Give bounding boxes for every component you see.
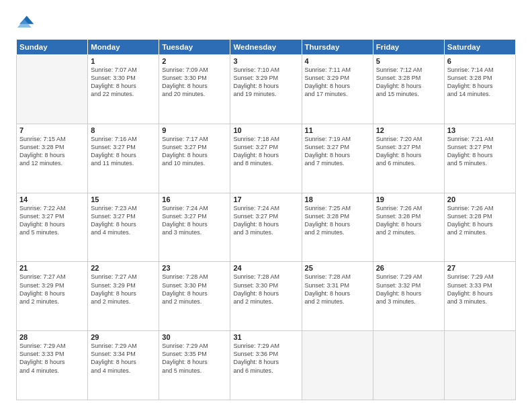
calendar-week-row: 7Sunrise: 7:15 AMSunset: 3:28 PMDaylight… (17, 124, 516, 193)
page: SundayMondayTuesdayWednesdayThursdayFrid… (0, 0, 532, 411)
col-header-friday: Friday (373, 40, 444, 55)
day-info: Sunrise: 7:28 AMSunset: 3:30 PMDaylight:… (233, 273, 298, 306)
col-header-monday: Monday (88, 40, 159, 55)
day-info: Sunrise: 7:29 AMSunset: 3:32 PMDaylight:… (376, 273, 441, 306)
day-info: Sunrise: 7:22 AMSunset: 3:27 PMDaylight:… (19, 204, 85, 237)
day-info: Sunrise: 7:29 AMSunset: 3:34 PMDaylight:… (91, 342, 156, 375)
day-info: Sunrise: 7:26 AMSunset: 3:28 PMDaylight:… (376, 204, 441, 237)
calendar-cell (302, 331, 373, 400)
calendar-header-row: SundayMondayTuesdayWednesdayThursdayFrid… (17, 40, 516, 55)
day-info: Sunrise: 7:10 AMSunset: 3:29 PMDaylight:… (233, 66, 298, 99)
calendar-cell: 9Sunrise: 7:17 AMSunset: 3:27 PMDaylight… (159, 124, 230, 193)
calendar-cell (17, 55, 88, 124)
calendar-cell: 15Sunrise: 7:23 AMSunset: 3:27 PMDayligh… (88, 193, 159, 262)
col-header-saturday: Saturday (444, 40, 515, 55)
calendar-cell: 31Sunrise: 7:29 AMSunset: 3:36 PMDayligh… (230, 331, 302, 400)
day-number: 28 (19, 333, 85, 341)
calendar-cell: 3Sunrise: 7:10 AMSunset: 3:29 PMDaylight… (230, 55, 302, 124)
calendar-cell: 16Sunrise: 7:24 AMSunset: 3:27 PMDayligh… (159, 193, 230, 262)
calendar-week-row: 21Sunrise: 7:27 AMSunset: 3:29 PMDayligh… (17, 262, 516, 331)
calendar-cell: 4Sunrise: 7:11 AMSunset: 3:29 PMDaylight… (302, 55, 373, 124)
day-number: 4 (305, 57, 370, 65)
day-number: 23 (162, 264, 227, 272)
day-number: 3 (233, 57, 298, 65)
col-header-wednesday: Wednesday (230, 40, 302, 55)
day-number: 8 (91, 126, 156, 134)
day-info: Sunrise: 7:17 AMSunset: 3:27 PMDaylight:… (162, 135, 227, 168)
day-number: 12 (376, 126, 441, 134)
calendar-cell: 6Sunrise: 7:14 AMSunset: 3:28 PMDaylight… (444, 55, 515, 124)
calendar-cell: 27Sunrise: 7:29 AMSunset: 3:33 PMDayligh… (444, 262, 515, 331)
calendar-cell: 7Sunrise: 7:15 AMSunset: 3:28 PMDaylight… (17, 124, 88, 193)
day-number: 22 (91, 264, 156, 272)
col-header-tuesday: Tuesday (159, 40, 230, 55)
calendar-week-row: 28Sunrise: 7:29 AMSunset: 3:33 PMDayligh… (17, 331, 516, 400)
day-number: 11 (305, 126, 370, 134)
day-info: Sunrise: 7:28 AMSunset: 3:31 PMDaylight:… (305, 273, 370, 306)
day-number: 25 (305, 264, 370, 272)
day-number: 15 (91, 195, 156, 203)
calendar-cell: 22Sunrise: 7:27 AMSunset: 3:29 PMDayligh… (88, 262, 159, 331)
day-number: 9 (162, 126, 227, 134)
day-number: 14 (19, 195, 85, 203)
day-number: 13 (447, 126, 513, 134)
day-info: Sunrise: 7:28 AMSunset: 3:30 PMDaylight:… (162, 273, 227, 306)
day-info: Sunrise: 7:24 AMSunset: 3:27 PMDaylight:… (233, 204, 298, 237)
day-number: 7 (19, 126, 85, 134)
calendar-cell: 24Sunrise: 7:28 AMSunset: 3:30 PMDayligh… (230, 262, 302, 331)
calendar-table: SundayMondayTuesdayWednesdayThursdayFrid… (16, 39, 516, 400)
day-info: Sunrise: 7:15 AMSunset: 3:28 PMDaylight:… (19, 135, 85, 168)
day-number: 19 (376, 195, 441, 203)
calendar-week-row: 14Sunrise: 7:22 AMSunset: 3:27 PMDayligh… (17, 193, 516, 262)
calendar-cell: 20Sunrise: 7:26 AMSunset: 3:28 PMDayligh… (444, 193, 515, 262)
day-info: Sunrise: 7:20 AMSunset: 3:27 PMDaylight:… (376, 135, 441, 168)
header (16, 13, 516, 32)
day-number: 1 (91, 57, 156, 65)
day-info: Sunrise: 7:07 AMSunset: 3:30 PMDaylight:… (91, 66, 156, 99)
col-header-thursday: Thursday (302, 40, 373, 55)
day-number: 31 (233, 333, 298, 341)
day-number: 20 (447, 195, 513, 203)
day-info: Sunrise: 7:26 AMSunset: 3:28 PMDaylight:… (447, 204, 513, 237)
day-number: 24 (233, 264, 298, 272)
calendar-cell: 5Sunrise: 7:12 AMSunset: 3:28 PMDaylight… (373, 55, 444, 124)
day-number: 6 (447, 57, 513, 65)
col-header-sunday: Sunday (17, 40, 88, 55)
day-number: 30 (162, 333, 227, 341)
calendar-week-row: 1Sunrise: 7:07 AMSunset: 3:30 PMDaylight… (17, 55, 516, 124)
day-info: Sunrise: 7:29 AMSunset: 3:35 PMDaylight:… (162, 342, 227, 375)
day-info: Sunrise: 7:19 AMSunset: 3:27 PMDaylight:… (305, 135, 370, 168)
calendar-cell: 14Sunrise: 7:22 AMSunset: 3:27 PMDayligh… (17, 193, 88, 262)
calendar-cell: 28Sunrise: 7:29 AMSunset: 3:33 PMDayligh… (17, 331, 88, 400)
calendar-cell: 19Sunrise: 7:26 AMSunset: 3:28 PMDayligh… (373, 193, 444, 262)
day-number: 16 (162, 195, 227, 203)
calendar-cell: 21Sunrise: 7:27 AMSunset: 3:29 PMDayligh… (17, 262, 88, 331)
day-info: Sunrise: 7:27 AMSunset: 3:29 PMDaylight:… (91, 273, 156, 306)
day-info: Sunrise: 7:29 AMSunset: 3:36 PMDaylight:… (233, 342, 298, 375)
calendar-cell: 30Sunrise: 7:29 AMSunset: 3:35 PMDayligh… (159, 331, 230, 400)
day-number: 26 (376, 264, 441, 272)
day-number: 5 (376, 57, 441, 65)
calendar-cell: 17Sunrise: 7:24 AMSunset: 3:27 PMDayligh… (230, 193, 302, 262)
day-info: Sunrise: 7:25 AMSunset: 3:28 PMDaylight:… (305, 204, 370, 237)
day-number: 2 (162, 57, 227, 65)
day-number: 10 (233, 126, 298, 134)
day-info: Sunrise: 7:23 AMSunset: 3:27 PMDaylight:… (91, 204, 156, 237)
day-info: Sunrise: 7:24 AMSunset: 3:27 PMDaylight:… (162, 204, 227, 237)
calendar-cell: 10Sunrise: 7:18 AMSunset: 3:27 PMDayligh… (230, 124, 302, 193)
day-info: Sunrise: 7:12 AMSunset: 3:28 PMDaylight:… (376, 66, 441, 99)
calendar-cell: 12Sunrise: 7:20 AMSunset: 3:27 PMDayligh… (373, 124, 444, 193)
calendar-cell: 29Sunrise: 7:29 AMSunset: 3:34 PMDayligh… (88, 331, 159, 400)
day-info: Sunrise: 7:14 AMSunset: 3:28 PMDaylight:… (447, 66, 513, 99)
logo (16, 13, 38, 32)
day-info: Sunrise: 7:29 AMSunset: 3:33 PMDaylight:… (447, 273, 513, 306)
day-number: 21 (19, 264, 85, 272)
day-info: Sunrise: 7:29 AMSunset: 3:33 PMDaylight:… (19, 342, 85, 375)
calendar-cell: 8Sunrise: 7:16 AMSunset: 3:27 PMDaylight… (88, 124, 159, 193)
day-number: 29 (91, 333, 156, 341)
day-info: Sunrise: 7:16 AMSunset: 3:27 PMDaylight:… (91, 135, 156, 168)
calendar-cell: 13Sunrise: 7:21 AMSunset: 3:27 PMDayligh… (444, 124, 515, 193)
calendar-cell: 1Sunrise: 7:07 AMSunset: 3:30 PMDaylight… (88, 55, 159, 124)
calendar-cell: 11Sunrise: 7:19 AMSunset: 3:27 PMDayligh… (302, 124, 373, 193)
day-info: Sunrise: 7:18 AMSunset: 3:27 PMDaylight:… (233, 135, 298, 168)
